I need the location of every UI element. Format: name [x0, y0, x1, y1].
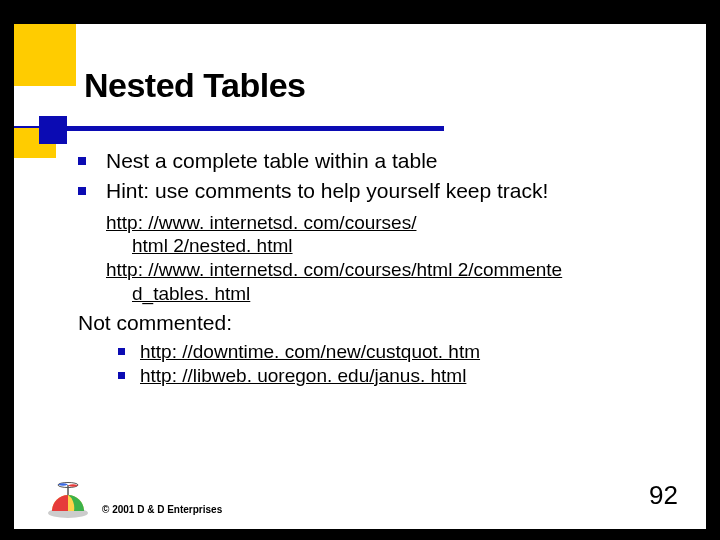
- url-1-line1: http: //www. internetsd. com/courses/: [106, 212, 416, 233]
- slide-number: 92: [649, 480, 678, 511]
- bullet-2-text: Hint: use comments to help yourself keep…: [106, 179, 548, 202]
- bullet-2: Hint: use comments to help yourself keep…: [78, 178, 678, 204]
- url-2-line2: d_tables. html: [106, 282, 678, 306]
- copyright-text: © 2001 D & D Enterprises: [102, 504, 222, 515]
- decoration-blue-square: [39, 116, 67, 144]
- url-block: http: //www. internetsd. com/courses/ ht…: [106, 211, 678, 306]
- bullet-1: Nest a complete table within a table: [78, 148, 678, 174]
- bullet-square-icon: [118, 348, 125, 355]
- bullet-square-icon: [118, 372, 125, 379]
- sub-url-1: http: //downtime. com/new/custquot. htm: [140, 341, 480, 362]
- slide-body: Nest a complete table within a table Hin…: [78, 148, 678, 387]
- sub-heading: Not commented:: [78, 310, 678, 336]
- sub-bullet-1: http: //downtime. com/new/custquot. htm: [118, 340, 678, 364]
- bullet-square-icon: [78, 157, 86, 165]
- url-1-line2: html 2/nested. html: [106, 234, 678, 258]
- decoration-yellow-large: [14, 24, 76, 86]
- bullet-square-icon: [78, 187, 86, 195]
- url-2-line1: http: //www. internetsd. com/courses/htm…: [106, 259, 562, 280]
- beanie-icon: [46, 479, 90, 519]
- bullet-1-text: Nest a complete table within a table: [106, 149, 438, 172]
- decoration-blue-bar: [14, 126, 444, 131]
- sub-url-2: http: //libweb. uoregon. edu/janus. html: [140, 365, 466, 386]
- slide: Nested Tables Nest a complete table with…: [14, 24, 706, 529]
- sub-bullet-2: http: //libweb. uoregon. edu/janus. html: [118, 364, 678, 388]
- sub-url-block: http: //downtime. com/new/custquot. htm …: [118, 340, 678, 388]
- slide-title: Nested Tables: [84, 66, 306, 105]
